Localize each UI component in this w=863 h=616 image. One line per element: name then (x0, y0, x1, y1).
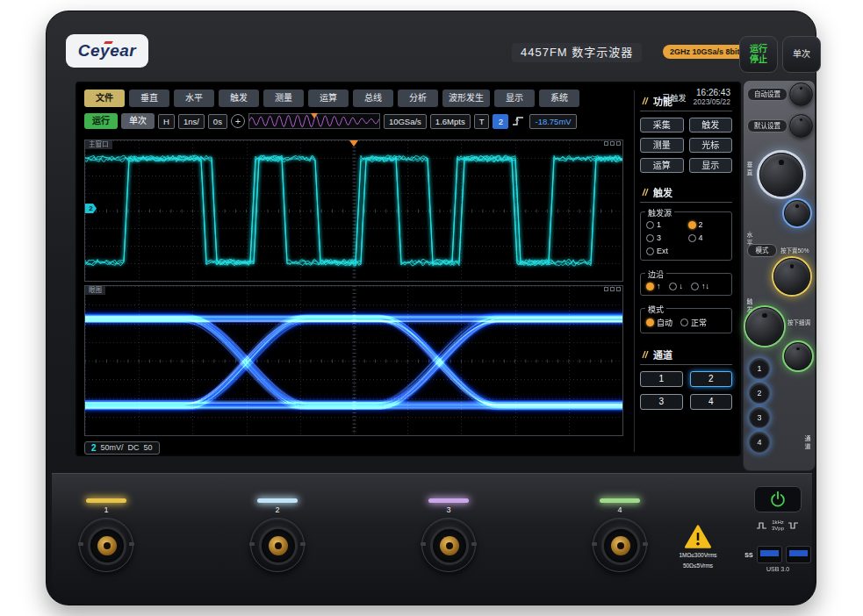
menu-item-measure[interactable]: 测量 (263, 90, 304, 107)
trigger-level-value[interactable]: -18.75mV (529, 114, 576, 129)
menu-item-display[interactable]: 显示 (494, 90, 535, 107)
menu-item-file[interactable]: 文件 (84, 90, 125, 107)
zoom-icon[interactable]: + (231, 114, 245, 128)
fn-math-button[interactable]: 运算 (640, 158, 684, 173)
bottom-panel: 1 2 3 4 (52, 473, 812, 601)
channel-coupling: DC (128, 443, 140, 452)
trigger-source-badge[interactable]: 2 (493, 114, 508, 129)
probe-comp: 1kHz 3Vpp (742, 519, 814, 532)
trigger-source-2[interactable]: 2 (688, 220, 727, 229)
vertical-section-label: 垂直 (744, 161, 753, 177)
oscilloscope-device: Ceyear 4457FM 数字示波器 2GHz 10GSa/s 8bit 运行… (46, 11, 816, 605)
trigger-header: 触发 (640, 183, 732, 203)
trigger-source-3[interactable]: 3 (646, 233, 685, 242)
radio-label: 4 (699, 233, 703, 242)
trigger-mode-group: 模式 自动 正常 (640, 308, 732, 333)
power-button[interactable] (754, 486, 802, 512)
trigger-level-knob[interactable] (773, 258, 810, 295)
function-header: 功能 (640, 92, 732, 111)
radio-label: 正常 (691, 317, 707, 328)
menu-item-system[interactable]: 系统 (539, 90, 579, 107)
menu-item-trigger[interactable]: 触发 (219, 90, 259, 107)
mode-button[interactable]: 模式 (747, 244, 777, 257)
menu-item-bus[interactable]: 总线 (353, 90, 393, 107)
vertical-position-knob[interactable] (759, 153, 803, 197)
eye-diagram-window[interactable]: 眼图 (84, 285, 623, 436)
radio-label: 1 (657, 220, 661, 229)
channel-4-button[interactable]: 4 (690, 394, 733, 410)
channel-4-number: 4 (617, 505, 622, 514)
trigger-source-label: 触发源 (645, 207, 674, 218)
channel-3-button[interactable]: 3 (640, 394, 683, 410)
trigger-source-ext[interactable]: Ext (646, 247, 685, 255)
function-icon (640, 97, 649, 105)
intensity-knob[interactable] (789, 82, 813, 106)
channel-2-bnc-connector (250, 518, 305, 572)
trigger-source-1[interactable]: 1 (646, 220, 685, 229)
single-button[interactable]: 单次 (121, 113, 155, 129)
probe-comp-label: 1kHz 3Vpp (772, 519, 784, 532)
fn-measure-button[interactable]: 测量 (640, 138, 684, 153)
radio-label: 3 (657, 233, 661, 242)
waveform-preview[interactable] (248, 113, 380, 129)
menu-item-horizontal[interactable]: 水平 (174, 90, 214, 107)
main-waveform-canvas (85, 140, 622, 281)
channel-number: 2 (91, 443, 97, 453)
horizontal-position-knob[interactable] (784, 342, 812, 370)
touch-panel: 功能 采集 触发 测量 光标 运算 显示 触发 触发源 1 (634, 90, 736, 452)
multipurpose-knob[interactable] (789, 114, 813, 138)
fn-acquire-button[interactable]: 采集 (640, 118, 684, 133)
fn-cursor-button[interactable]: 光标 (689, 138, 733, 153)
vertical-scale-knob[interactable] (784, 200, 810, 226)
radio-label: ↑ (657, 282, 661, 290)
channel-1-button[interactable]: 1 (640, 371, 683, 387)
trigger-position-marker-icon[interactable] (349, 140, 358, 147)
trigger-source-4[interactable]: 4 (688, 233, 727, 242)
square-wave-icon (787, 521, 800, 530)
memory-depth: 1.6Mpts (430, 114, 471, 129)
trigger-edge-group: 边沿 ↑ ↓ ↑↓ (640, 273, 732, 296)
bnc-pin (97, 536, 117, 555)
fn-display-button[interactable]: 显示 (689, 158, 733, 173)
spec-badge: 2GHz 10GSa/s 8bit (663, 45, 747, 59)
main-waveform-window[interactable]: 主窗口 2 (84, 140, 623, 282)
warning-line-2: 50Ω≤5Vrms (683, 562, 713, 569)
timebase-value[interactable]: 1ns/ (178, 114, 205, 129)
auto-setup-button[interactable]: 自动设置 (747, 88, 787, 101)
run-stop-button[interactable]: 运行 停止 (739, 36, 778, 73)
channel-2-button[interactable]: 2 (690, 371, 733, 387)
edge-falling[interactable]: ↓ (669, 282, 684, 290)
edge-both[interactable]: ↑↓ (691, 282, 709, 290)
trigger-icon (640, 188, 649, 197)
mode-normal[interactable]: 正常 (680, 317, 707, 328)
channel-1-number: 1 (104, 505, 108, 514)
hw-channel-1-button[interactable]: 1 (749, 358, 770, 379)
fn-trigger-button[interactable]: 触发 (689, 118, 733, 133)
mode-auto[interactable]: 自动 (646, 317, 672, 328)
radio-label: 自动 (657, 317, 672, 328)
window-controls[interactable] (604, 287, 621, 291)
hw-channel-4-button[interactable]: 4 (749, 432, 770, 453)
single-hw-button[interactable]: 单次 (782, 36, 821, 73)
radio-dot-icon (680, 319, 688, 326)
horizontal-scale-knob[interactable] (745, 307, 784, 346)
menu-item-math[interactable]: 运算 (308, 90, 349, 107)
hw-channel-2-button[interactable]: 2 (749, 383, 770, 404)
run-button[interactable]: 运行 (84, 113, 118, 129)
radio-dot-icon (688, 221, 696, 229)
menu-item-analysis[interactable]: 分析 (398, 90, 438, 107)
power-icon (768, 490, 787, 509)
menu-item-wavegen[interactable]: 波形发生 (442, 90, 490, 107)
horizontal-offset[interactable]: 0s (208, 114, 227, 129)
hw-channel-3-button[interactable]: 3 (749, 407, 770, 428)
radio-label: Ext (657, 247, 668, 255)
default-setup-button[interactable]: 默认设置 (747, 119, 787, 133)
window-controls[interactable] (604, 141, 621, 146)
screen: 文件 垂直 水平 触发 测量 运算 总线 分析 波形发生 显示 系统 已触发 1… (76, 82, 741, 456)
channel-buttons: 1 2 3 4 (640, 371, 732, 410)
channel-readout[interactable]: 2 50mV/ DC 50 (84, 441, 160, 455)
input-warning: 1MΩ≤300Vrms 50Ω≤5Vrms (658, 525, 738, 569)
run-stop-line1: 运行 (750, 44, 767, 54)
menu-item-vertical[interactable]: 垂直 (129, 90, 169, 107)
edge-rising[interactable]: ↑ (646, 282, 661, 290)
